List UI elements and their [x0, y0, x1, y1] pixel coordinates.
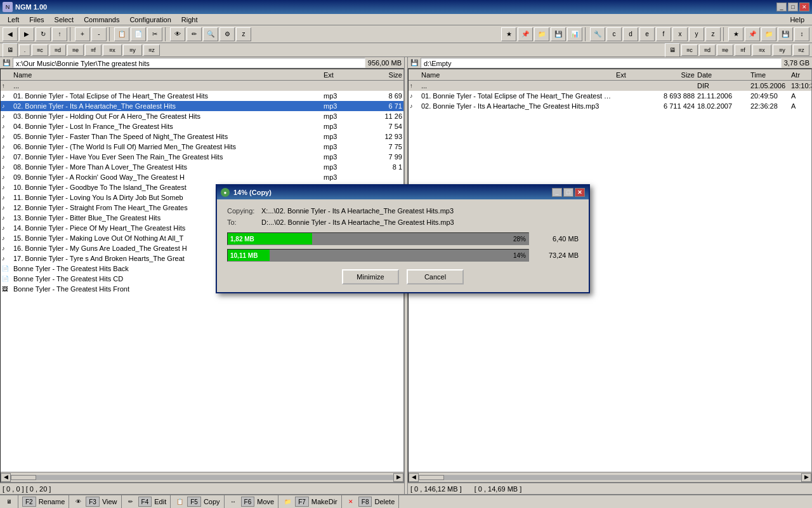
list-item[interactable]: ↑ ...	[1, 81, 403, 91]
tb-r-btn16[interactable]: 💾	[778, 27, 793, 41]
tb-r-star2-btn[interactable]: ★	[728, 27, 743, 41]
tb-del-btn[interactable]: -	[91, 27, 107, 41]
tb-r-star-btn[interactable]: ★	[501, 27, 516, 41]
tb-up-btn[interactable]: ↑	[52, 27, 67, 41]
tb-zip-btn[interactable]: z	[236, 27, 251, 41]
menu-select[interactable]: Select	[49, 14, 79, 25]
tb-r-btn12[interactable]: y	[689, 27, 704, 41]
copy-dlg-minimize[interactable]: _	[552, 188, 562, 197]
tb2-btn7[interactable]: ≡y	[123, 44, 142, 56]
menu-right[interactable]: Right	[176, 14, 203, 25]
list-item[interactable]: ♪ 05. Bonnie Tyler - Faster Than The Spe…	[1, 131, 403, 142]
left-path[interactable]: x:\Our Music\Bonnie Tyler\The greatest h…	[13, 58, 365, 68]
f7-key[interactable]: F7	[295, 497, 309, 507]
tb-r-btn6[interactable]: 🔧	[590, 27, 605, 41]
menu-commands[interactable]: Commands	[79, 14, 124, 25]
list-item[interactable]: ♪ 03. Bonnie Tyler - Holding Out For A H…	[1, 111, 403, 121]
tb-r-btn9[interactable]: e	[639, 27, 655, 41]
list-item[interactable]: ♪ 08. Bonnie Tyler - More Than A Lover_T…	[1, 162, 403, 172]
tb-r-btn2[interactable]: 📌	[518, 27, 533, 41]
status-item-f7[interactable]: 📁 F7 MakeDir	[278, 495, 342, 508]
tb2-btn5[interactable]: ≡f	[85, 44, 102, 56]
tb2-r-btn6[interactable]: ≡y	[773, 44, 792, 56]
status-item-f8[interactable]: ✕ F8 Delete	[342, 495, 399, 508]
right-col-name-header[interactable]: Name	[421, 71, 613, 79]
right-hscroll[interactable]: ◀ ▶	[409, 472, 811, 482]
menu-files[interactable]: Files	[24, 14, 49, 25]
tb-r-btn11[interactable]: x	[672, 27, 688, 41]
tb-r-btn13[interactable]: z	[705, 27, 721, 41]
maximize-button[interactable]: □	[788, 3, 798, 11]
cancel-button[interactable]: Cancel	[407, 269, 464, 284]
tb-edit-btn[interactable]: ✏	[187, 27, 202, 41]
tb-back-btn[interactable]: ◀	[3, 27, 18, 41]
left-col-size-header[interactable]: Size	[358, 71, 402, 79]
f6-key[interactable]: F6	[241, 497, 255, 507]
f4-key[interactable]: F4	[138, 497, 152, 507]
right-col-attr-header[interactable]: Atr	[791, 71, 810, 79]
status-item-f4[interactable]: ✏ F4 Edit	[122, 495, 171, 508]
f5-key[interactable]: F5	[187, 497, 201, 507]
right-path[interactable]: d:\Empty	[421, 58, 782, 68]
menu-configuration[interactable]: Configuration	[124, 14, 176, 25]
tb2-btn8[interactable]: ≡z	[143, 44, 160, 56]
tb-cut-btn[interactable]: ✂	[147, 27, 162, 41]
status-item-f6[interactable]: ↔ F6 Move	[225, 495, 279, 508]
tb-r-btn15[interactable]: 📁	[761, 27, 776, 41]
copy-dlg-maximize[interactable]: □	[563, 188, 573, 197]
left-hscroll[interactable]: ◀ ▶	[1, 472, 403, 482]
list-item[interactable]: ♪ 01. Bonnie Tyler - Total Eclipse of Th…	[1, 91, 403, 101]
tb2-btn3[interactable]: ≡d	[49, 44, 66, 56]
status-item-f5[interactable]: 📋 F5 Copy	[171, 495, 224, 508]
list-item[interactable]: ♪ 02. Bonnie Tyler - Its A Heartache_The…	[1, 101, 403, 111]
tb2-r-btn7[interactable]: ≡z	[793, 44, 809, 56]
left-hscroll-thumb[interactable]	[11, 475, 36, 480]
f8-key[interactable]: F8	[358, 497, 372, 507]
tb2-btn1[interactable]: .	[19, 44, 30, 56]
tb2-r-btn3[interactable]: ≡e	[717, 44, 733, 56]
tb2-r-btn5[interactable]: ≡x	[752, 44, 771, 56]
tb-r-btn8[interactable]: d	[623, 27, 638, 41]
list-item[interactable]: ♪ 07. Bonnie Tyler - Have You Ever Seen …	[1, 152, 403, 162]
close-button[interactable]: ✕	[799, 3, 809, 11]
left-hscroll-track[interactable]	[11, 475, 393, 480]
tb-r-btn17[interactable]: ↕	[794, 27, 809, 41]
right-col-date-header[interactable]: Date	[697, 71, 748, 79]
tb2-btn6[interactable]: ≡x	[103, 44, 122, 56]
menu-help[interactable]: Help	[785, 14, 809, 25]
f2-key[interactable]: F2	[22, 497, 36, 507]
right-hscroll-thumb[interactable]	[419, 475, 444, 480]
right-col-time-header[interactable]: Time	[750, 71, 789, 79]
tb-r-btn4[interactable]: 💾	[551, 27, 566, 41]
tb-refresh-btn[interactable]: ↻	[36, 27, 51, 41]
left-hscroll-left[interactable]: ◀	[1, 473, 11, 482]
tb-paste-btn[interactable]: 📄	[131, 27, 146, 41]
tb-view-btn[interactable]: 👁	[170, 27, 185, 41]
tb-fwd-btn[interactable]: ▶	[19, 27, 34, 41]
list-item[interactable]: ♪ 09. Bonnie Tyler - A Rockin' Good Way_…	[1, 172, 403, 182]
tb2-r-btn4[interactable]: ≡f	[735, 44, 751, 56]
tb2-r-btn2[interactable]: ≡d	[699, 44, 716, 56]
copy-dlg-close[interactable]: ✕	[575, 188, 585, 197]
status-item-f2[interactable]: F2 Rename	[18, 495, 69, 508]
left-hscroll-right[interactable]: ▶	[393, 473, 403, 482]
left-col-ext-header[interactable]: Ext	[324, 71, 355, 79]
tb2-btn2[interactable]: ≡c	[32, 44, 48, 56]
tb2-btn4[interactable]: ≡e	[67, 44, 84, 56]
left-col-name-header[interactable]: Name	[13, 71, 321, 79]
minimize-button[interactable]: Minimize	[342, 269, 399, 284]
list-item[interactable]: ♪ 04. Bonnie Tyler - Lost In France_The …	[1, 121, 403, 131]
tb-r-btn7[interactable]: c	[606, 27, 622, 41]
tb-copy-btn[interactable]: 📋	[114, 27, 129, 41]
right-col-size-header[interactable]: Size	[650, 71, 695, 79]
right-hscroll-left[interactable]: ◀	[409, 473, 419, 482]
list-item[interactable]: ↑ ... DIR 21.05.2006 13:10:30	[409, 81, 811, 91]
tb-props-btn[interactable]: ⚙	[219, 27, 235, 41]
list-item[interactable]: ♪ 06. Bonnie Tyler - (The World Is Full …	[1, 142, 403, 152]
status-item-f3[interactable]: 👁 F3 View	[69, 495, 121, 508]
f3-key[interactable]: F3	[86, 497, 100, 507]
right-hscroll-track[interactable]	[419, 475, 801, 480]
tb-new-btn[interactable]: +	[75, 27, 90, 41]
list-item[interactable]: ♪ 01. Bonnie Tyler - Total Eclipse of Th…	[409, 91, 811, 101]
tb-r-btn5[interactable]: 📊	[567, 27, 582, 41]
